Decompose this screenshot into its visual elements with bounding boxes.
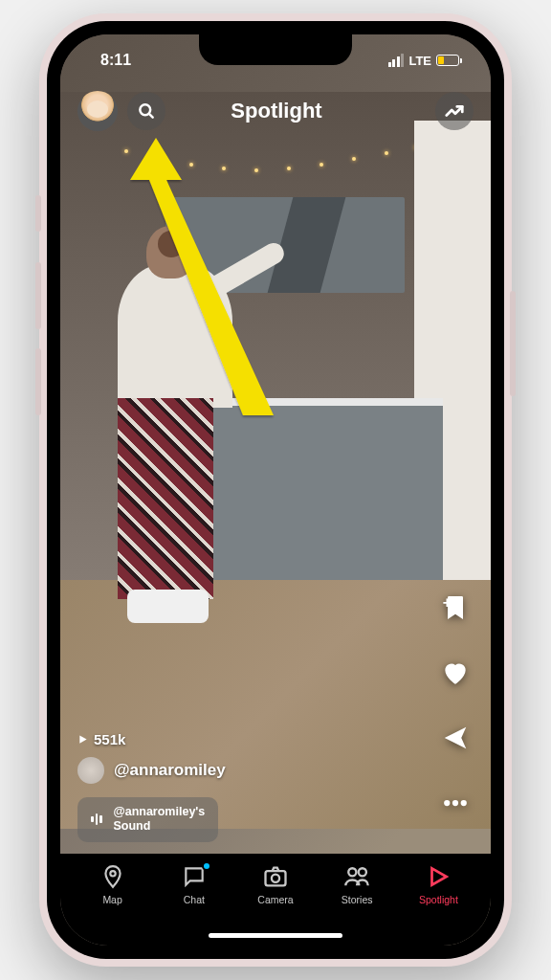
svg-point-11 [348,868,356,876]
phone-volume-up [35,262,41,329]
header: Spotlight [60,84,491,138]
phone-power-button [510,291,516,396]
video-info: 551k @annaromiley @annaromiley's Sound [77,731,226,842]
share-icon [441,724,470,752]
screen: 8:11 LTE Spotlight [60,34,491,946]
nav-map[interactable]: Map [72,863,153,905]
bottom-nav: Map Chat Camera [60,854,491,946]
heart-icon [440,657,471,688]
svg-point-5 [452,800,458,806]
share-button[interactable] [437,720,474,756]
stories-icon [343,863,370,890]
map-pin-icon [100,864,125,889]
nav-chat[interactable]: Chat [153,863,234,905]
bookmark-button[interactable]: + [437,590,474,626]
nav-spotlight[interactable]: Spotlight [398,863,479,905]
home-indicator[interactable] [209,933,342,938]
svg-rect-9 [266,871,286,885]
svg-point-8 [110,871,115,876]
sound-chip[interactable]: @annaromiley's Sound [77,797,218,842]
svg-point-10 [272,875,279,882]
notch [199,34,352,65]
network-label: LTE [408,54,431,68]
svg-point-12 [359,868,366,876]
svg-point-4 [444,800,450,806]
play-icon [77,734,88,745]
like-button[interactable] [437,655,474,691]
camera-icon [262,863,289,890]
phone-side-button [35,195,41,232]
page-title: Spotlight [118,99,435,123]
svg-marker-13 [432,868,447,884]
battery-icon [436,55,462,66]
svg-marker-7 [79,735,86,743]
trending-button[interactable] [435,92,474,130]
profile-avatar-button[interactable] [77,91,118,131]
status-time: 8:11 [100,52,131,69]
creator-row[interactable]: @annaromiley [77,757,226,784]
more-icon [441,789,470,817]
svg-text:+: + [443,594,452,611]
bookmark-add-icon: + [440,592,471,623]
phone-frame: 8:11 LTE Spotlight [39,13,512,967]
creator-avatar [77,757,104,784]
more-button[interactable] [437,785,474,821]
creator-handle: @annaromiley [114,761,226,780]
chat-badge [202,861,211,871]
trending-up-icon [444,100,465,122]
action-rail: + [437,590,474,821]
play-count: 551k [77,731,226,747]
signal-icon [388,54,405,67]
nav-stories[interactable]: Stories [317,863,398,905]
sound-label: @annaromiley's Sound [114,805,206,835]
phone-volume-down [35,348,41,415]
spotlight-icon [426,864,451,889]
svg-point-6 [461,800,467,806]
nav-camera[interactable]: Camera [234,863,316,905]
sound-wave-icon [91,813,102,825]
